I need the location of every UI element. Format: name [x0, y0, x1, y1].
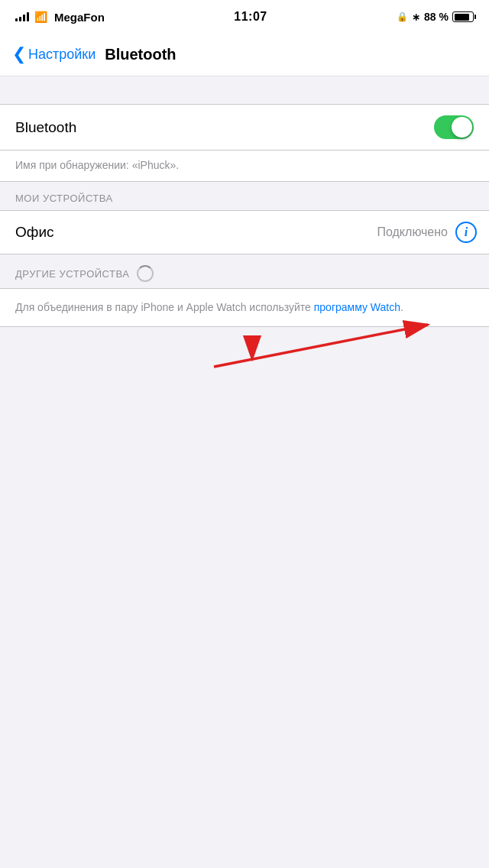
- back-label: Настройки: [28, 47, 96, 63]
- status-left: 📶 MegaFon: [15, 11, 105, 24]
- watch-info-end: .: [400, 301, 403, 313]
- content: Bluetooth Имя при обнаружении: «iPhuck».…: [0, 104, 489, 327]
- page-wrapper: 📶 MegaFon 11:07 🔒 ∗ 88 % ❮ Настройки Blu…: [0, 0, 489, 868]
- watch-app-link[interactable]: программу Watch: [314, 301, 400, 313]
- other-devices-header-row: ДРУГИЕ УСТРОЙСТВА: [0, 254, 489, 288]
- battery-fill: [455, 14, 470, 21]
- battery-icon: [452, 11, 474, 22]
- bluetooth-status-icon: ∗: [412, 11, 420, 23]
- back-chevron-icon: ❮: [12, 46, 26, 63]
- signal-bars-icon: [15, 12, 29, 21]
- device-status: Подключено: [377, 225, 448, 239]
- watch-info-section: Для объединения в пару iPhone и Apple Wa…: [0, 288, 489, 327]
- device-name: Офис: [15, 224, 54, 241]
- loading-spinner: [137, 265, 154, 282]
- bluetooth-toggle[interactable]: [434, 115, 474, 139]
- watch-info-prefix: Для объединения в пару iPhone и Apple Wa…: [15, 301, 314, 313]
- svg-line-1: [214, 325, 428, 367]
- discovery-row: Имя при обнаружении: «iPhuck».: [0, 151, 489, 182]
- operator-name: MegaFon: [54, 11, 105, 24]
- lock-icon: 🔒: [397, 11, 408, 22]
- page-title: Bluetooth: [105, 46, 176, 63]
- device-right: Подключено i: [377, 222, 477, 243]
- status-time: 11:07: [234, 10, 267, 24]
- nav-bar: ❮ Настройки Bluetooth: [0, 34, 489, 76]
- device-section: Офис Подключено i: [0, 210, 489, 254]
- other-devices-section: ДРУГИЕ УСТРОЙСТВА: [0, 254, 489, 288]
- bluetooth-toggle-section: Bluetooth: [0, 104, 489, 151]
- device-info-button[interactable]: i: [455, 222, 477, 243]
- other-devices-header: ДРУГИЕ УСТРОЙСТВА: [15, 268, 129, 280]
- battery-percent: 88 %: [424, 11, 449, 23]
- bluetooth-toggle-label: Bluetooth: [15, 119, 76, 136]
- toggle-knob: [452, 117, 472, 138]
- discovery-text: Имя при обнаружении: «iPhuck».: [15, 159, 179, 171]
- wifi-icon: 📶: [34, 11, 47, 23]
- back-button[interactable]: ❮ Настройки: [12, 47, 96, 63]
- watch-info-text: Для объединения в пару iPhone и Apple Wa…: [15, 300, 474, 316]
- bluetooth-toggle-row: Bluetooth: [0, 105, 489, 150]
- my-devices-header: МОИ УСТРОЙСТВА: [0, 182, 489, 210]
- status-right: 🔒 ∗ 88 %: [397, 11, 474, 23]
- device-row: Офис Подключено i: [0, 211, 489, 254]
- status-bar: 📶 MegaFon 11:07 🔒 ∗ 88 %: [0, 0, 489, 34]
